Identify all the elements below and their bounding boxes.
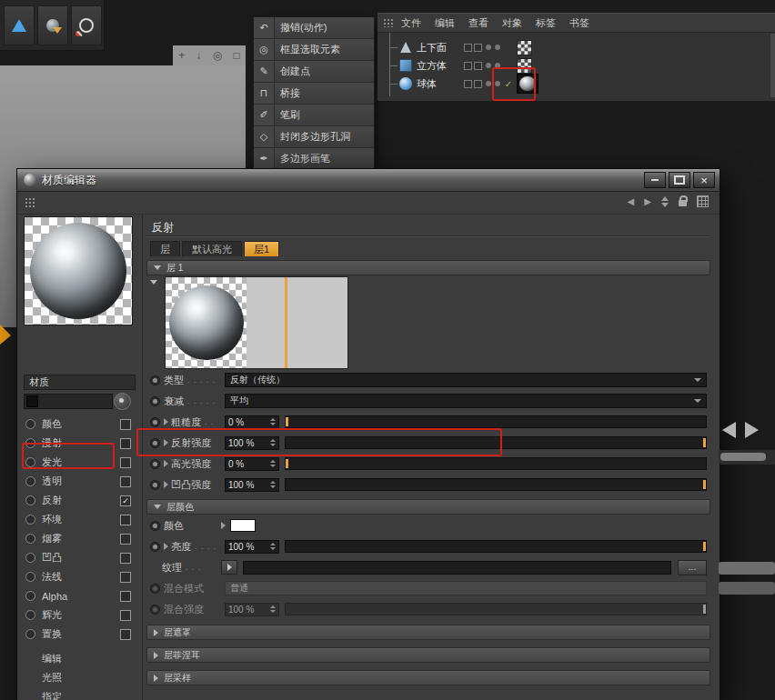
anim-dot-icon[interactable] [150,438,160,448]
channel-radio[interactable] [25,457,35,467]
context-menu-item[interactable]: ↶ 撤销(动作) [254,17,374,39]
material-preview[interactable] [24,216,133,325]
channel-row[interactable]: 法线 [24,567,133,586]
layer-preview[interactable] [165,276,348,369]
visibility-dot[interactable] [495,45,500,50]
collapse-icon[interactable] [150,280,157,285]
mode-item[interactable]: 光照 [24,668,133,687]
menu-item[interactable]: 标签 [536,16,556,30]
enabled-check[interactable]: ✓ [502,79,515,89]
falloff-dropdown[interactable]: 平均 [225,394,707,408]
specular-strength-slider[interactable] [285,457,707,470]
expand-icon[interactable] [164,481,168,488]
mode-item[interactable]: 编辑 [24,649,133,668]
channel-radio[interactable] [25,572,35,582]
color-swatch[interactable] [230,519,256,532]
texture-expand-button[interactable] [221,560,237,575]
collapsed-section-bar[interactable]: 层菲涅耳 [146,647,710,663]
channel-row[interactable]: 透明 [24,472,133,491]
channel-radio[interactable] [25,476,35,486]
texture-tag-icon[interactable] [517,58,532,74]
titlebar[interactable]: 材质编辑器 [17,169,720,192]
channel-checkbox[interactable] [120,419,131,430]
mode-item[interactable]: 指定 [24,687,133,700]
viewport-nav-icon[interactable]: ◎ [213,50,222,61]
object-name[interactable]: 球体 [417,77,464,91]
expand-icon[interactable] [164,418,168,425]
anim-dot-icon[interactable] [150,396,160,406]
object-row[interactable]: 球体 ✓ [377,75,775,93]
close-button[interactable] [693,172,715,188]
minimize-button[interactable] [644,172,666,188]
sort-icon[interactable] [661,196,669,207]
expand-icon[interactable] [164,460,168,467]
context-menu-item[interactable]: ◎ 框显选取元素 [254,39,374,61]
object-name[interactable]: 立方体 [417,59,464,73]
layer-toggle-square[interactable] [464,62,472,70]
channel-row[interactable]: 反射 ✓ [24,491,133,510]
channel-checkbox[interactable] [120,515,131,525]
layer-toggle-square[interactable] [464,44,472,52]
object-row[interactable]: 上下面 [377,38,775,56]
object-row[interactable]: 立方体 [377,56,775,75]
visibility-dot[interactable] [486,81,491,86]
layer-toggle-square[interactable] [474,80,482,88]
material-name-field[interactable]: 材质 [24,375,136,390]
viewport-nav-icon[interactable]: + [178,50,185,61]
zoom-tool-button[interactable] [71,5,102,45]
channel-radio[interactable] [25,515,35,525]
history-forward-icon[interactable] [644,197,651,206]
context-menu-item[interactable]: ◇ 封闭多边形孔洞 [254,126,374,148]
anim-dot-icon[interactable] [150,521,160,531]
bump-strength-slider[interactable] [285,478,707,491]
channel-checkbox[interactable] [120,610,131,621]
channel-row[interactable]: 颜色 [24,415,133,434]
context-menu-item[interactable]: ✎ 创建点 [254,61,374,83]
object-name[interactable]: 上下面 [417,41,464,55]
model-tool-button[interactable] [4,5,35,45]
visibility-dot[interactable] [486,63,491,68]
layer-tab[interactable]: 默认高光 [182,241,242,256]
channel-checkbox[interactable] [120,629,131,640]
brightness-value[interactable]: 100 % [225,540,279,554]
expand-icon[interactable] [164,543,168,550]
channel-radio[interactable] [25,610,35,620]
channel-row[interactable]: 漫射 [24,434,133,453]
channel-radio[interactable] [25,438,35,448]
menu-item[interactable]: 编辑 [435,16,455,30]
context-menu-item[interactable]: ✐ 笔刷 [254,105,374,126]
collapsed-section-bar[interactable]: 层采样 [146,670,710,685]
layer-tab[interactable]: 层1 [244,241,279,256]
menu-item[interactable]: 对象 [502,16,522,30]
channel-checkbox[interactable] [120,438,131,449]
channel-radio[interactable] [25,419,35,429]
roughness-value[interactable]: 0 % [225,415,279,429]
browse-button[interactable]: ... [678,560,707,575]
grid-icon[interactable] [697,195,709,207]
channel-checkbox[interactable] [120,553,131,564]
next-arrow-icon[interactable] [745,422,759,438]
object-manager-scrollbar[interactable] [770,34,775,97]
viewport-nav-icon[interactable]: □ [234,50,240,61]
viewport[interactable] [0,65,246,168]
menu-item[interactable]: 文件 [401,16,421,30]
channel-row[interactable]: 环境 [24,510,133,529]
grip-icon[interactable] [383,18,394,27]
visibility-dot[interactable] [495,81,500,86]
channel-row[interactable]: 烟雾 [24,529,133,548]
magnet-tool-button[interactable] [37,5,68,45]
channel-row[interactable]: 辉光 [24,605,133,625]
channel-row[interactable]: 凹凸 [24,548,133,567]
context-menu-item[interactable]: ⊓ 桥接 [254,83,374,105]
layer-tab[interactable]: 层 [150,241,180,256]
anim-dot-icon[interactable] [150,375,160,385]
visibility-dot[interactable] [486,45,491,50]
channel-radio[interactable] [25,495,35,505]
menu-item[interactable]: 查看 [468,16,488,30]
layer-toggle-square[interactable] [464,80,472,88]
layer-color-header[interactable]: 层颜色 [146,499,710,515]
gradient-area[interactable] [247,277,347,368]
channel-radio[interactable] [25,591,35,601]
expand-icon[interactable] [164,439,168,446]
channel-checkbox[interactable] [120,476,131,487]
